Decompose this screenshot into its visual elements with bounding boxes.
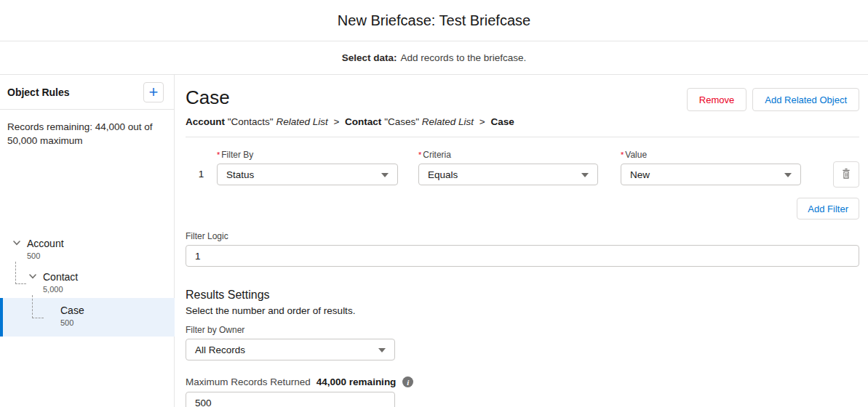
case-config-panel: Case Remove Add Related Object Account "… xyxy=(175,75,868,407)
filter-by-owner-label: Filter by Owner xyxy=(186,325,859,335)
criteria-value: Equals xyxy=(428,169,458,180)
results-settings-title: Results Settings xyxy=(186,289,859,302)
page-title: New Briefcase: Test Briefcase xyxy=(338,12,530,29)
chevron-down-icon[interactable] xyxy=(13,241,20,246)
max-records-label-row: Maximum Records Returned 44,000 remainin… xyxy=(186,376,859,387)
breadcrumb-segment: Related List xyxy=(276,116,327,127)
tree-item-label[interactable]: Account xyxy=(27,237,64,250)
filter-by-select[interactable]: Status xyxy=(217,164,398,185)
object-header-row: Case Remove Add Related Object xyxy=(186,86,859,111)
delete-filter-button[interactable] xyxy=(833,161,859,188)
add-object-button[interactable]: + xyxy=(143,82,164,102)
trash-icon xyxy=(840,168,852,182)
required-asterisk: * xyxy=(217,150,220,159)
dropdown-caret-icon xyxy=(381,173,389,177)
tree-item-account[interactable]: Account 500 xyxy=(13,237,64,262)
step-header: Select data: Add records to the briefcas… xyxy=(0,41,868,75)
dropdown-caret-icon xyxy=(581,173,589,177)
filter-by-field: *Filter By Status xyxy=(217,150,398,185)
add-filter-button[interactable]: Add Filter xyxy=(797,198,859,219)
breadcrumb-segment: Related List xyxy=(422,116,474,127)
max-records-input[interactable] xyxy=(186,392,395,407)
records-remaining-text: Records remaining: 44,000 out of 50,000 … xyxy=(0,110,174,148)
criteria-label: *Criteria xyxy=(418,150,598,160)
results-settings-description: Select the number and order of results. xyxy=(186,305,859,316)
breadcrumb: Account "Contacts" Related List > Contac… xyxy=(186,116,859,127)
filter-logic-input[interactable] xyxy=(186,245,859,267)
tree-item-contact[interactable]: Contact 5,000 xyxy=(29,270,78,295)
value-field: *Value New xyxy=(621,150,801,185)
breadcrumb-segment: "Cases" xyxy=(384,116,419,127)
tree-connector xyxy=(32,295,44,318)
tree-item-count: 500 xyxy=(27,251,64,262)
filter-by-owner-value: All Records xyxy=(195,344,245,355)
step-description: Add records to the briefcase. xyxy=(401,52,527,63)
value-value: New xyxy=(630,169,650,180)
breadcrumb-segment: Case xyxy=(490,116,514,127)
divider xyxy=(186,137,859,137)
max-records-remaining: 44,000 remaining xyxy=(316,376,397,387)
tree-selection-highlight xyxy=(0,298,175,337)
plus-icon: + xyxy=(149,84,159,101)
tree-item-count: 5,000 xyxy=(43,284,78,295)
dropdown-caret-icon xyxy=(378,348,386,352)
tree-item-label[interactable]: Contact xyxy=(43,270,78,283)
add-related-object-button[interactable]: Add Related Object xyxy=(752,88,859,111)
sidebar-title: Object Rules xyxy=(7,86,70,98)
object-actions: Remove Add Related Object xyxy=(687,88,859,111)
value-label: *Value xyxy=(621,150,801,160)
object-rules-sidebar: Object Rules + Records remaining: 44,000… xyxy=(0,75,175,407)
object-title: Case xyxy=(186,86,230,108)
filter-by-label: *Filter By xyxy=(217,150,398,160)
max-records-label: Maximum Records Returned xyxy=(186,376,311,387)
step-label: Select data: xyxy=(342,52,397,63)
tree-item-count: 500 xyxy=(60,318,84,329)
criteria-select[interactable]: Equals xyxy=(418,164,598,185)
filter-by-value: Status xyxy=(226,169,254,180)
breadcrumb-segment: Contact xyxy=(345,116,381,127)
filter-by-owner-select[interactable]: All Records xyxy=(186,339,395,360)
tree-item-label[interactable]: Case xyxy=(60,304,84,317)
breadcrumb-separator: > xyxy=(333,116,339,127)
breadcrumb-segment: Account xyxy=(186,116,225,127)
tree-connector xyxy=(15,262,26,284)
remove-button[interactable]: Remove xyxy=(687,88,746,111)
dropdown-caret-icon xyxy=(784,173,792,177)
filter-row-number: 1 xyxy=(186,164,217,185)
breadcrumb-separator: > xyxy=(479,116,485,127)
value-select[interactable]: New xyxy=(621,164,801,185)
criteria-field: *Criteria Equals xyxy=(418,150,598,185)
required-asterisk: * xyxy=(418,150,421,159)
chevron-down-icon[interactable] xyxy=(29,274,36,279)
sidebar-header: Object Rules + xyxy=(0,75,174,110)
page-header: New Briefcase: Test Briefcase xyxy=(0,0,868,41)
breadcrumb-segment: "Contacts" xyxy=(228,116,274,127)
filter-row: 1 *Filter By Status *Criteria Equals *Va… xyxy=(186,150,859,185)
add-filter-row: Add Filter xyxy=(186,198,859,219)
filter-logic-label: Filter Logic xyxy=(186,231,859,241)
required-asterisk: * xyxy=(621,150,624,159)
tree-item-case[interactable]: Case 500 xyxy=(60,304,84,329)
info-icon[interactable]: i xyxy=(402,376,413,387)
